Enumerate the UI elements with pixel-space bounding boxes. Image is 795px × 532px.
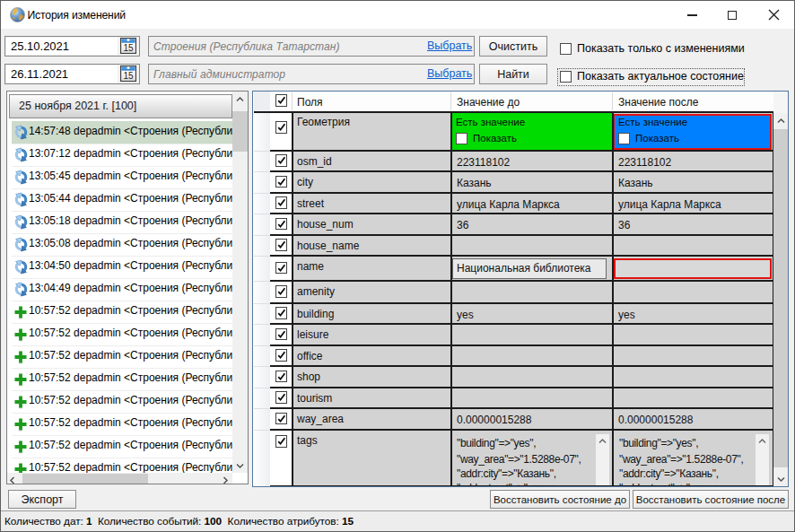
svg-text:15: 15 xyxy=(123,43,134,53)
svg-text:15: 15 xyxy=(123,71,134,81)
